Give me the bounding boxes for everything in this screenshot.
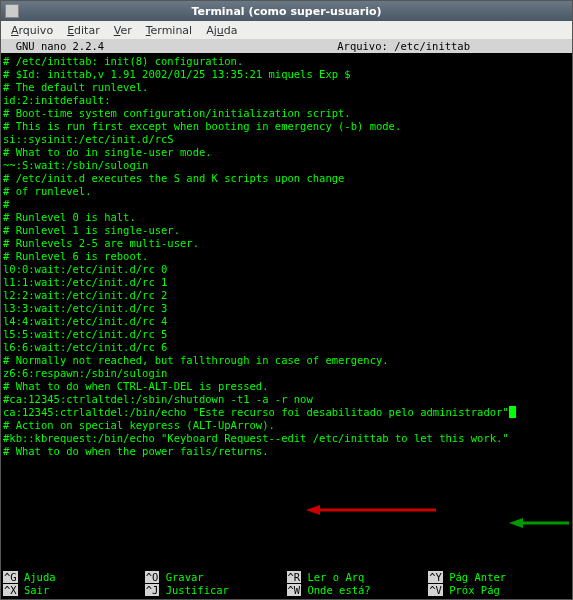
shortcut-justify: ^J Justificar [145, 584, 287, 597]
menu-terminal[interactable]: Terminal [140, 22, 199, 39]
file-line: # What to do when CTRL-ALT-DEL is presse… [3, 380, 570, 393]
file-line: # The default runlevel. [3, 81, 570, 94]
file-line: # Action on special keypress (ALT-UpArro… [3, 419, 570, 432]
nano-version: GNU nano 2.2.4 [3, 40, 104, 52]
menu-editar[interactable]: Editar [61, 22, 106, 39]
file-line: l5:5:wait:/etc/init.d/rc 5 [3, 328, 570, 341]
file-line: l6:6:wait:/etc/init.d/rc 6 [3, 341, 570, 354]
file-line: si::sysinit:/etc/init.d/rcS [3, 133, 570, 146]
file-line: # /etc/inittab: init(8) configuration. [3, 55, 570, 68]
svg-marker-3 [509, 518, 523, 528]
file-line: # What to do when the power fails/return… [3, 445, 570, 458]
file-line: # Runlevel 6 is reboot. [3, 250, 570, 263]
shortcut-readfile: ^R Ler o Arq [287, 571, 429, 584]
terminal-window: Terminal (como super-usuario) Arquivo Ed… [0, 0, 573, 600]
file-line: ~~:S:wait:/sbin/sulogin [3, 159, 570, 172]
file-line: # What to do in single-user mode. [3, 146, 570, 159]
window-titlebar[interactable]: Terminal (como super-usuario) [1, 1, 572, 21]
file-line: id:2:initdefault: [3, 94, 570, 107]
window-title: Terminal (como super-usuario) [191, 5, 381, 18]
text-cursor [509, 406, 516, 418]
file-line: # Runlevel 1 is single-user. [3, 224, 570, 237]
file-line: # Runlevel 0 is halt. [3, 211, 570, 224]
annotation-arrow-red [306, 504, 436, 516]
file-line: # This is run first except when booting … [3, 120, 570, 133]
file-line: l3:3:wait:/etc/init.d/rc 3 [3, 302, 570, 315]
menubar: Arquivo Editar Ver Terminal Ajuda [1, 21, 572, 39]
file-line: # Boot-time system configuration/initial… [3, 107, 570, 120]
file-line: # Runlevels 2-5 are multi-user. [3, 237, 570, 250]
file-line: ca:12345:ctrlaltdel:/bin/echo "Este recu… [3, 406, 570, 419]
shortcut-nextpage: ^V Próx Pág [428, 584, 570, 597]
file-line: l1:1:wait:/etc/init.d/rc 1 [3, 276, 570, 289]
file-line: l0:0:wait:/etc/init.d/rc 0 [3, 263, 570, 276]
app-icon [5, 4, 19, 18]
svg-marker-1 [306, 505, 320, 515]
footer-row-1: ^G Ajuda ^O Gravar ^R Ler o Arq ^Y Pág A… [3, 571, 570, 584]
nano-file-label: Arquivo: /etc/inittab [337, 40, 570, 52]
menu-arquivo[interactable]: Arquivo [5, 22, 59, 39]
file-line: z6:6:respawn:/sbin/sulogin [3, 367, 570, 380]
file-line: l4:4:wait:/etc/init.d/rc 4 [3, 315, 570, 328]
shortcut-where: ^W Onde está? [287, 584, 429, 597]
file-line: # [3, 198, 570, 211]
file-content[interactable]: # /etc/inittab: init(8) configuration.# … [1, 53, 572, 458]
file-line: # /etc/init.d executes the S and K scrip… [3, 172, 570, 185]
shortcut-help: ^G Ajuda [3, 571, 145, 584]
file-line: # $Id: inittab,v 1.91 2002/01/25 13:35:2… [3, 68, 570, 81]
file-line: # Normally not reached, but fallthrough … [3, 354, 570, 367]
shortcut-writeout: ^O Gravar [145, 571, 287, 584]
file-line: #ca:12345:ctrlaltdel:/sbin/shutdown -t1 … [3, 393, 570, 406]
nano-footer: ^G Ajuda ^O Gravar ^R Ler o Arq ^Y Pág A… [1, 571, 572, 599]
footer-row-2: ^X Sair ^J Justificar ^W Onde está? ^V P… [3, 584, 570, 597]
menu-ver[interactable]: Ver [108, 22, 138, 39]
file-line: #kb::kbrequest:/bin/echo "Keyboard Reque… [3, 432, 570, 445]
file-line: l2:2:wait:/etc/init.d/rc 2 [3, 289, 570, 302]
annotation-arrow-green [509, 517, 569, 529]
shortcut-exit: ^X Sair [3, 584, 145, 597]
terminal-area[interactable]: GNU nano 2.2.4 Arquivo: /etc/inittab # /… [1, 39, 572, 599]
menu-ajuda[interactable]: Ajuda [200, 22, 243, 39]
shortcut-prevpage: ^Y Pág Anter [428, 571, 570, 584]
file-line: # of runlevel. [3, 185, 570, 198]
nano-header: GNU nano 2.2.4 Arquivo: /etc/inittab [1, 39, 572, 53]
